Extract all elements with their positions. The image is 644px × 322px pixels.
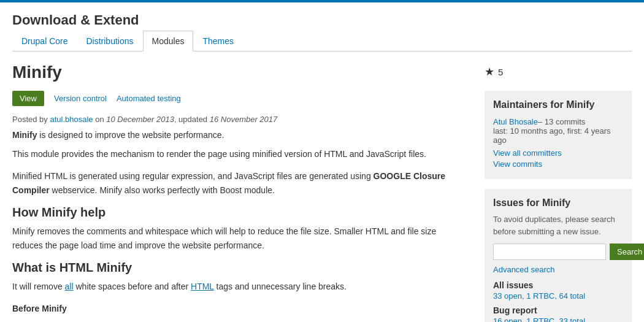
- tab-themes[interactable]: Themes: [193, 31, 243, 52]
- module-tagline: Minify is designed to improve the websit…: [12, 130, 466, 140]
- view-commits-link[interactable]: View commits: [493, 159, 623, 169]
- issues-title: Issues for Minify: [493, 197, 623, 209]
- star-rating: ★ 5: [485, 65, 632, 79]
- all-issues-label: All issues: [493, 280, 623, 290]
- nav-tabs: Drupal Core Distributions Modules Themes: [12, 31, 632, 52]
- maintainers-box: Maintainers for Minify Atul Bhosale– 13 …: [485, 91, 632, 179]
- section1-text: Minify removes the comments and whitespa…: [12, 224, 466, 252]
- maintainer-commits: – 13 commits: [538, 117, 585, 126]
- created-date: 10 December 2013: [106, 115, 174, 124]
- all-issues-link[interactable]: 33 open, 1 RTBC, 64 total: [493, 291, 585, 301]
- main-content: Minify View Version control Automated te…: [12, 63, 466, 322]
- section1-heading: How Minify help: [12, 205, 466, 220]
- module-description2: Minified HTML is generated using regular…: [12, 169, 466, 197]
- html-link[interactable]: HTML: [191, 282, 214, 291]
- page-title: Download & Extend: [12, 12, 632, 28]
- updated-date: 16 November 2017: [210, 115, 278, 124]
- bug-report-text: 16 open, 1 RTBC, 33 total: [493, 316, 623, 322]
- module-title: Minify: [12, 63, 466, 82]
- view-button[interactable]: View: [12, 91, 44, 106]
- tab-distributions[interactable]: Distributions: [77, 31, 142, 52]
- posted-info: Posted by atul.bhosale on 10 December 20…: [12, 115, 466, 124]
- google-closure-bold: GOOGLE Closure Compiler: [12, 171, 445, 194]
- author-link[interactable]: atul.bhosale: [50, 115, 93, 124]
- tab-modules[interactable]: Modules: [143, 31, 194, 52]
- bug-report-label: Bug report: [493, 305, 623, 315]
- maintainer-name-link[interactable]: Atul Bhosale: [493, 117, 538, 126]
- view-all-committers-link[interactable]: View all committers: [493, 148, 623, 158]
- all-link[interactable]: all: [65, 282, 74, 291]
- automated-testing-link[interactable]: Automated testing: [117, 94, 181, 103]
- all-issues-text: 33 open, 1 RTBC, 64 total: [493, 291, 623, 301]
- section2-heading: What is HTML Minify: [12, 261, 466, 275]
- before-minify-text: Before Minify: [12, 302, 466, 315]
- advanced-search-link[interactable]: Advanced search: [493, 265, 623, 274]
- issues-search-row: Search: [493, 243, 623, 260]
- before-minify-bold: Before Minify: [12, 304, 67, 313]
- module-name-bold: Minify: [12, 130, 37, 140]
- bug-report-link[interactable]: 16 open, 1 RTBC, 33 total: [493, 316, 585, 322]
- module-description1: This module provides the mechanism to re…: [12, 147, 466, 161]
- maintainers-title: Maintainers for Minify: [493, 99, 623, 110]
- issues-box: Issues for Minify To avoid duplicates, p…: [485, 189, 632, 322]
- star-icon: ★: [485, 65, 494, 79]
- maintainer-activity: last: 10 months ago, first: 4 years ago: [493, 126, 623, 145]
- star-count: 5: [498, 67, 503, 77]
- section2-text: It will remove all white spaces before a…: [12, 280, 466, 293]
- issues-desc: To avoid duplicates, please search befor…: [493, 213, 623, 237]
- issues-search-button[interactable]: Search: [610, 243, 644, 260]
- sidebar: ★ 5 Maintainers for Minify Atul Bhosale–…: [485, 63, 632, 322]
- issues-search-input[interactable]: [493, 243, 606, 260]
- tab-drupal-core[interactable]: Drupal Core: [12, 31, 77, 52]
- action-buttons: View Version control Automated testing: [12, 91, 466, 106]
- version-control-link[interactable]: Version control: [54, 94, 107, 103]
